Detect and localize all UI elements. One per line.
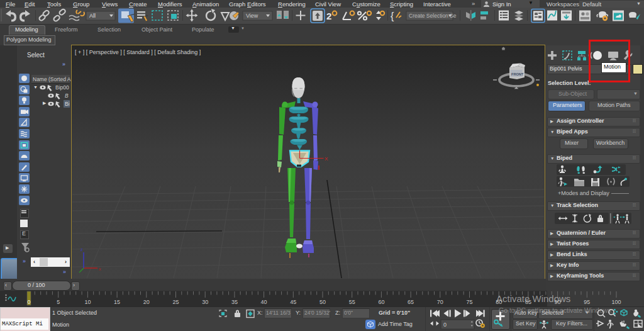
svg-text:0: 0 <box>443 322 447 328</box>
svg-text:15: 15 <box>114 299 120 305</box>
svg-text:20: 20 <box>143 299 150 305</box>
svg-text:X: X <box>325 156 328 162</box>
svg-text:[ + ] [ Perspective ] [ Standa: [ + ] [ Perspective ] [ Standard ] [ Def… <box>75 49 201 55</box>
svg-text:50: 50 <box>319 299 326 305</box>
svg-text:View: View <box>246 13 258 19</box>
svg-text:x: x <box>99 267 101 271</box>
svg-text:25: 25 <box>172 299 179 305</box>
svg-text:All: All <box>89 13 96 19</box>
svg-text:100: 100 <box>611 299 621 305</box>
svg-text:30: 30 <box>202 299 208 305</box>
svg-text:65: 65 <box>408 299 414 305</box>
svg-text:55: 55 <box>349 299 355 305</box>
svg-text:95: 95 <box>584 299 590 305</box>
svg-text:{: { <box>391 11 394 21</box>
svg-text:75: 75 <box>466 299 472 305</box>
svg-text:FRONT: FRONT <box>511 72 524 76</box>
svg-text:5: 5 <box>57 299 60 305</box>
svg-text:40: 40 <box>261 299 267 305</box>
svg-text:0: 0 <box>27 299 30 305</box>
svg-text:2: 2 <box>326 11 331 21</box>
svg-text:60: 60 <box>378 299 384 305</box>
svg-text:35: 35 <box>231 299 238 305</box>
svg-text:70: 70 <box>437 299 443 305</box>
svg-text:10: 10 <box>84 299 91 305</box>
svg-text:45: 45 <box>290 299 296 305</box>
svg-text:z: z <box>80 247 83 252</box>
